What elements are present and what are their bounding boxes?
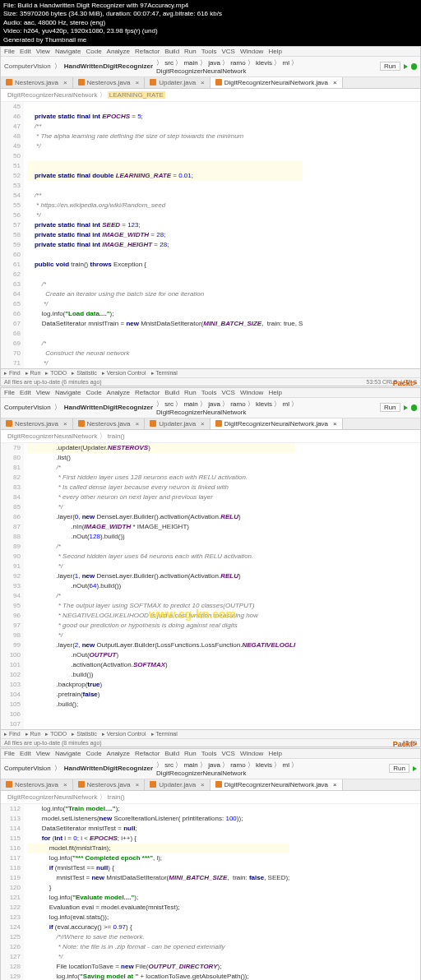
code-line[interactable]: mnistTest = new MnistDataSetIterator(MIN… (27, 873, 289, 883)
code-line[interactable]: public void train() throws Exception { (27, 260, 303, 270)
editor-tab[interactable]: Nesterovs.java× (73, 779, 146, 790)
code-line[interactable]: File locationToSave = new File(OUTPUT_DI… (27, 962, 289, 972)
code-line[interactable]: .nOut(64).build()) (27, 581, 295, 591)
code-line[interactable]: .list() (27, 453, 295, 463)
menu-run[interactable]: Run (184, 389, 197, 396)
editor-tab[interactable]: Updater.java× (145, 779, 210, 790)
code-line[interactable]: Construct the neural network (27, 349, 303, 358)
code-line[interactable]: /** (27, 122, 303, 132)
code-line[interactable]: /* (27, 463, 295, 473)
debug-icon[interactable] (411, 63, 417, 70)
code-line[interactable] (27, 102, 303, 112)
menu-run[interactable]: Run (184, 750, 197, 757)
breadcrumb-project[interactable]: ComputerVision (4, 62, 51, 70)
code-line[interactable] (27, 270, 303, 280)
breadcrumb-class[interactable]: DigitRecognizerNeuralNetwork (7, 793, 97, 801)
code-line[interactable]: * good our prediction or hypothesis is d… (27, 621, 295, 631)
code-line[interactable]: } (27, 883, 289, 893)
breadcrumb-project[interactable]: ComputerVision (4, 765, 51, 772)
menu-window[interactable]: Window (240, 389, 263, 396)
editor-tab[interactable]: Nesterovs.java× (1, 77, 73, 88)
code-line[interactable]: model.fit(mnistTrain); (27, 844, 289, 853)
breadcrumb-class[interactable]: DigitRecognizerNeuralNetwork (7, 91, 97, 99)
code-line[interactable]: */ (27, 631, 295, 640)
code-line[interactable]: log.info(eval.stats()); (27, 913, 289, 922)
code-line[interactable]: * https://en.wikipedia.org/wiki/Random_s… (27, 201, 303, 210)
code-line[interactable]: /* (27, 280, 303, 289)
code-line[interactable]: * First hidden layer uses 128 neurons ea… (27, 473, 295, 483)
code-editor[interactable]: .updater(Updater.NESTEROVS) .list() /* *… (24, 443, 298, 729)
run-config-dropdown[interactable]: Run (380, 403, 400, 412)
code-line[interactable]: DataSetIterator mnistTrain = new MnistDa… (27, 319, 303, 329)
menu-build[interactable]: Build (164, 389, 179, 396)
code-line[interactable]: .build()) (27, 670, 295, 680)
code-line[interactable]: */ (27, 502, 295, 512)
menu-refactor[interactable]: Refactor (135, 48, 160, 55)
code-line[interactable]: .nOut(OUTPUT) (27, 650, 295, 660)
code-line[interactable] (27, 250, 303, 260)
menu-analyze[interactable]: Analyze (107, 389, 130, 396)
close-icon[interactable]: × (333, 781, 337, 788)
close-icon[interactable]: × (201, 79, 205, 86)
code-line[interactable]: log.info("Evaluate model...."); (27, 893, 289, 903)
code-line[interactable]: */ (27, 952, 289, 962)
code-line[interactable]: * Is called dense layer because every ne… (27, 483, 295, 492)
menu-build[interactable]: Build (164, 48, 179, 55)
code-line[interactable]: private static final int IMAGE_HEIGHT = … (27, 240, 303, 250)
close-icon[interactable]: × (63, 420, 67, 428)
code-line[interactable]: .nIn(IMAGE_WIDTH * IMAGE_HEIGHT) (27, 522, 295, 532)
code-line[interactable]: log.info("Saving model at " + locationTo… (27, 972, 289, 980)
breadcrumb-project[interactable]: ComputerVision (4, 404, 51, 411)
menu-file[interactable]: File (4, 48, 15, 55)
code-line[interactable]: .backprop(true) (27, 680, 295, 690)
editor-tab[interactable]: Nesterovs.java× (1, 418, 73, 429)
run-config-dropdown[interactable]: Run (380, 62, 400, 71)
menu-window[interactable]: Window (240, 750, 263, 757)
code-line[interactable]: .layer(2, new OutputLayer.Builder(LossFu… (27, 640, 295, 650)
editor-tab[interactable]: Updater.java× (145, 77, 210, 88)
editor-tab[interactable]: Nesterovs.java× (73, 418, 146, 429)
tool-tab-todo[interactable]: ▸ TODO (45, 731, 67, 737)
tool-tab-statistic[interactable]: ▸ Statistic (72, 731, 96, 737)
menu-window[interactable]: Window (240, 48, 263, 55)
code-line[interactable]: log.info("*** Completed epoch ***", i); (27, 853, 289, 863)
menu-code[interactable]: Code (86, 750, 101, 757)
code-line[interactable]: /** (27, 191, 303, 201)
menu-tools[interactable]: Tools (201, 750, 217, 757)
breadcrumb-class[interactable]: DigitRecognizerNeuralNetwork (7, 432, 97, 440)
path-segment[interactable]: 〉 main (173, 400, 198, 408)
path-segment[interactable]: 〉 klevis (246, 59, 272, 67)
run-icon[interactable] (404, 405, 408, 410)
tool-tab-run[interactable]: ▸ Run (25, 370, 41, 377)
code-line[interactable]: .build(); (27, 700, 295, 710)
tool-tab-version-control[interactable]: ▸ Version Control (102, 731, 146, 737)
code-line[interactable]: private static final int IMAGE_WIDTH = 2… (27, 230, 303, 240)
close-icon[interactable]: × (333, 420, 337, 428)
code-line[interactable]: private static final double LEARNING_RAT… (27, 171, 303, 181)
run-icon[interactable] (404, 64, 408, 69)
close-icon[interactable]: × (201, 420, 205, 428)
code-line[interactable] (27, 151, 303, 161)
breadcrumb-module[interactable]: HandWrittenDigitRecognizer (64, 404, 153, 411)
run-config-dropdown[interactable]: Run (389, 764, 409, 773)
close-icon[interactable]: × (136, 420, 140, 428)
code-line[interactable]: /* (27, 542, 295, 552)
editor-tab[interactable]: DigitRecognizerNeuralNetwork.java× (210, 77, 343, 88)
close-icon[interactable]: × (136, 781, 140, 788)
menu-code[interactable]: Code (86, 389, 101, 396)
code-line[interactable]: Evaluation eval = model.evaluate(mnistTe… (27, 903, 289, 913)
code-line[interactable]: /* (27, 591, 295, 601)
tool-tab-terminal[interactable]: ▸ Terminal (151, 370, 178, 377)
path-segment[interactable]: 〉 java (198, 400, 220, 408)
code-line[interactable]: */ (27, 358, 303, 368)
code-line[interactable] (27, 329, 303, 339)
menu-file[interactable]: File (4, 750, 15, 757)
path-segment[interactable]: 〉 ramo (220, 59, 246, 67)
menu-help[interactable]: Help (268, 48, 281, 55)
tool-tab-terminal[interactable]: ▸ Terminal (151, 731, 178, 737)
menu-vcs[interactable]: VCS (221, 389, 234, 396)
menu-help[interactable]: Help (268, 389, 281, 396)
tool-tab-todo[interactable]: ▸ TODO (45, 370, 67, 377)
menu-analyze[interactable]: Analyze (107, 48, 130, 55)
code-line[interactable]: log.info("Train model...."); (27, 804, 289, 814)
